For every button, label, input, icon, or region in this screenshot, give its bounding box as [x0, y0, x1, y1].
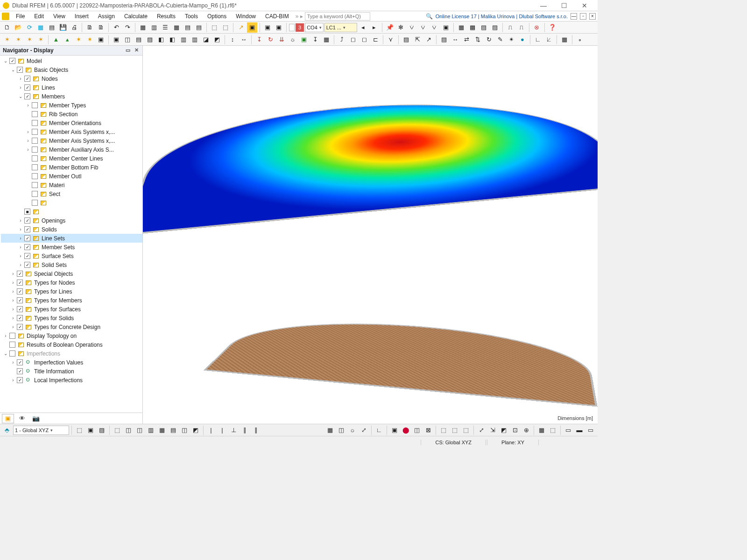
tool-h-icon[interactable]: ▥ [190, 35, 200, 45]
expander-icon[interactable]: › [10, 280, 16, 285]
close-button[interactable]: ✕ [574, 2, 595, 9]
tool-l-icon[interactable]: ↔ [239, 35, 249, 45]
navigator-close-icon[interactable]: ✕ [133, 47, 140, 54]
set2-icon[interactable]: ▣ [274, 22, 284, 33]
layout2-icon[interactable]: ▬ [574, 425, 585, 435]
v-opt3-icon[interactable]: ▨ [97, 425, 107, 435]
expander-icon[interactable]: › [10, 315, 16, 321]
menu-assign[interactable]: Assign [93, 12, 120, 21]
arrow-icon[interactable]: ↗ [236, 22, 246, 33]
report-icon[interactable]: ▤ [183, 22, 193, 33]
tree-item[interactable]: ›✓Surface Sets [1, 252, 142, 260]
v-opt7-icon[interactable]: ▥ [146, 425, 156, 435]
tree-item[interactable]: ›✓Types for Solids [1, 314, 142, 322]
layout1-icon[interactable]: ▭ [563, 425, 573, 435]
expander-icon[interactable]: ⌄ [10, 67, 16, 72]
maximize-button[interactable]: ☐ [554, 2, 574, 9]
v-opt11-icon[interactable]: ◩ [190, 425, 201, 435]
menu-results[interactable]: Results [152, 12, 180, 21]
expander-icon[interactable]: › [10, 289, 16, 294]
checkbox[interactable] [32, 147, 38, 153]
minimize-button[interactable]: — [533, 2, 554, 9]
mdi-close-button[interactable]: × [589, 13, 596, 20]
expander-icon[interactable]: › [10, 324, 16, 329]
checkbox[interactable]: ✓ [24, 217, 30, 224]
expander-icon[interactable]: › [18, 236, 23, 241]
last-icon[interactable]: ∘ [575, 35, 585, 45]
snap-d-icon[interactable]: ⤢ [359, 425, 369, 435]
member-tool-icon[interactable]: ▲ [51, 35, 61, 45]
tree-item[interactable]: ›✓Solid Sets [1, 260, 142, 269]
nav-tab-views[interactable]: 📷 [30, 414, 42, 423]
v-opt9-icon[interactable]: ▤ [168, 425, 178, 435]
tree-item[interactable]: ›✓Openings [1, 216, 142, 225]
window2-icon[interactable]: ⬚ [548, 425, 558, 435]
tree-item[interactable]: ⌄✓Members [1, 92, 142, 101]
tool-k-icon[interactable]: ↕ [227, 35, 238, 45]
lc-combo[interactable]: LC1 ... [324, 23, 357, 32]
v-opt5-icon[interactable]: ◫ [123, 425, 134, 435]
tree-item[interactable] [1, 198, 142, 207]
undo-icon[interactable]: ↶ [111, 22, 121, 33]
dist-icon[interactable]: ⇊ [276, 35, 287, 45]
checkbox[interactable]: ✓ [17, 297, 23, 303]
mdi-max-button[interactable]: ▫ [580, 13, 586, 20]
checkbox[interactable]: ✓ [9, 58, 15, 64]
checkbox[interactable] [32, 138, 38, 144]
tool-a-icon[interactable]: ▣ [111, 35, 121, 45]
checkbox[interactable]: ✓ [17, 67, 23, 73]
v-opt1-icon[interactable]: ⬚ [74, 425, 85, 435]
line-load-icon[interactable]: ↧ [310, 35, 320, 45]
mod5-icon[interactable]: ↻ [484, 35, 494, 45]
checkbox[interactable] [32, 200, 38, 206]
tree-item[interactable]: ›Member Axis Systems x,... [1, 136, 142, 145]
arc-tool-icon[interactable]: ✶ [35, 35, 46, 45]
sup-surf2-icon[interactable]: ⩒ [430, 22, 440, 33]
tree-item[interactable]: ›✓Local Imperfections [1, 376, 142, 385]
ed3-icon[interactable]: ↗ [423, 35, 434, 45]
v-opt10-icon[interactable]: ◫ [179, 425, 190, 435]
checkbox[interactable]: ✓ [24, 93, 30, 99]
menu-view[interactable]: View [49, 12, 70, 21]
model-viewport[interactable]: Dimensions [m] [143, 46, 598, 424]
menu-insert[interactable]: Insert [70, 12, 93, 21]
checkbox[interactable]: ✓ [24, 244, 30, 250]
zoom1-icon[interactable]: ⤢ [476, 425, 486, 435]
expander-icon[interactable]: › [25, 103, 31, 108]
tree-item[interactable]: ›✓Member Sets [1, 243, 142, 252]
sheet1-icon[interactable]: 🗎 [85, 22, 95, 33]
meas1-icon[interactable]: ∟ [533, 35, 543, 45]
menu-window[interactable]: Window [231, 12, 261, 21]
persp3-icon[interactable]: ⬚ [461, 425, 471, 435]
checkbox[interactable]: ✓ [24, 262, 30, 268]
checkbox[interactable] [9, 342, 15, 348]
v-opt15-icon[interactable]: ∥ [240, 425, 250, 435]
app-menu-icon[interactable] [2, 13, 9, 20]
expander-icon[interactable]: › [18, 253, 23, 259]
tree-item[interactable]: ›✓Lines [1, 83, 142, 92]
sup-surf-icon[interactable]: ⩒ [418, 22, 429, 33]
tree-item[interactable]: ›✓Types for Lines [1, 287, 142, 296]
tree-item[interactable]: ■ [1, 207, 142, 216]
select2-icon[interactable]: ⬚ [220, 22, 231, 33]
checkbox[interactable] [32, 102, 38, 108]
search-glass-icon[interactable]: 🔍 [426, 13, 433, 20]
snap-a-icon[interactable]: ▦ [325, 425, 335, 435]
snap4-icon[interactable]: ⊏ [370, 35, 381, 45]
mdi-restore-button[interactable]: — [571, 13, 577, 20]
tool-g-icon[interactable]: ▥ [178, 35, 189, 45]
solid-tool-icon[interactable]: ▣ [96, 35, 106, 45]
expander-icon[interactable]: ⌄ [18, 94, 23, 99]
grp4-icon[interactable]: ⊠ [423, 425, 433, 435]
refresh-icon[interactable]: ⟳ [24, 22, 35, 33]
expander-icon[interactable]: › [10, 360, 16, 365]
tree-item[interactable]: ›✓Types for Surfaces [1, 305, 142, 314]
tree-item[interactable]: ›✓Solids [1, 225, 142, 234]
ed2-icon[interactable]: ⇱ [412, 35, 423, 45]
mod2-icon[interactable]: ↔ [450, 35, 460, 45]
checkbox[interactable]: ■ [24, 209, 30, 215]
menu-edit[interactable]: Edit [29, 12, 49, 21]
v-opt13-icon[interactable]: | [217, 425, 227, 435]
tree-item[interactable]: ›Display Topology on [1, 331, 142, 340]
expander-icon[interactable]: › [25, 147, 31, 152]
